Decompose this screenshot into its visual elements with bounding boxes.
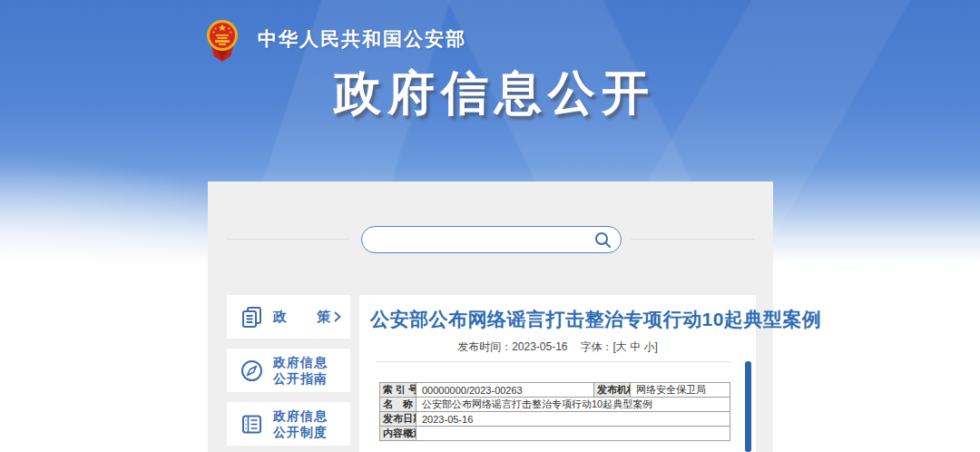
article-title: 公安部公布网络谣言打击整治专项行动10起典型案例 xyxy=(370,307,746,332)
name-value: 公安部公布网络谣言打击整治专项行动10起典型案例 xyxy=(416,398,730,412)
search-button[interactable] xyxy=(594,231,612,249)
national-emblem-icon xyxy=(201,16,243,62)
article-info-table: 索 引 号 00000000/2023-00263 发布机构 网络安全保卫局 名… xyxy=(379,382,730,441)
index-value: 00000000/2023-00263 xyxy=(416,383,594,398)
meta-divider xyxy=(377,361,730,362)
content-card: 政 策 政府信息 公开指南 xyxy=(208,182,773,452)
search-input[interactable] xyxy=(375,229,594,251)
sidebar: 政 策 政府信息 公开指南 xyxy=(227,295,350,452)
sidebar-item-label: 政府信息 公开制度 xyxy=(273,408,328,440)
chevron-right-icon xyxy=(334,311,341,322)
table-row: 内容概述 xyxy=(380,427,730,441)
index-label: 索 引 号 xyxy=(380,383,416,398)
font-size-controls[interactable]: [大 中 小] xyxy=(613,340,658,353)
sidebar-item-disclosure-system[interactable]: 政府信息 公开制度 xyxy=(227,402,350,446)
article-panel: 公安部公布网络谣言打击整治专项行动10起典型案例 发布时间：2023-05-16… xyxy=(359,295,756,452)
date-label: 发布日期 xyxy=(380,412,416,427)
article-meta: 发布时间：2023-05-16字体：[大 中 小] xyxy=(359,339,756,355)
search-divider-right xyxy=(631,239,755,240)
page-title: 政府信息公开 xyxy=(334,62,655,125)
search-divider-left xyxy=(227,239,349,240)
summary-value xyxy=(416,427,730,441)
table-row: 发布日期 2023-05-16 xyxy=(380,412,730,427)
documents-icon xyxy=(240,305,264,329)
table-row: 索 引 号 00000000/2023-00263 发布机构 网络安全保卫局 xyxy=(380,383,730,398)
sidebar-item-policy[interactable]: 政 策 xyxy=(227,295,350,339)
sidebar-item-disclosure-guide[interactable]: 政府信息 公开指南 xyxy=(227,349,350,392)
search-icon xyxy=(594,231,612,249)
site-name: 中华人民共和国公安部 xyxy=(258,26,466,52)
font-size-label: 字体： xyxy=(581,340,613,353)
summary-label: 内容概述 xyxy=(380,427,416,441)
sidebar-item-label: 政府信息 公开指南 xyxy=(273,354,328,387)
notebook-icon xyxy=(240,412,264,437)
page: 中华人民共和国公安部 政府信息公开 xyxy=(0,0,980,452)
agency-label: 发布机构 xyxy=(594,383,631,398)
name-label: 名 称 xyxy=(380,398,416,412)
vertical-scrollbar[interactable] xyxy=(745,361,751,452)
date-value: 2023-05-16 xyxy=(416,412,730,427)
search-box[interactable] xyxy=(361,226,622,253)
sidebar-item-label: 政 策 xyxy=(273,309,331,326)
agency-value: 网络安全保卫局 xyxy=(631,383,730,398)
compass-icon xyxy=(240,359,264,383)
publish-time-label: 发布时间： xyxy=(457,340,512,353)
site-brand[interactable]: 中华人民共和国公安部 xyxy=(201,16,466,62)
publish-time: 2023-05-16 xyxy=(512,340,567,353)
table-row: 名 称 公安部公布网络谣言打击整治专项行动10起典型案例 xyxy=(380,398,730,412)
